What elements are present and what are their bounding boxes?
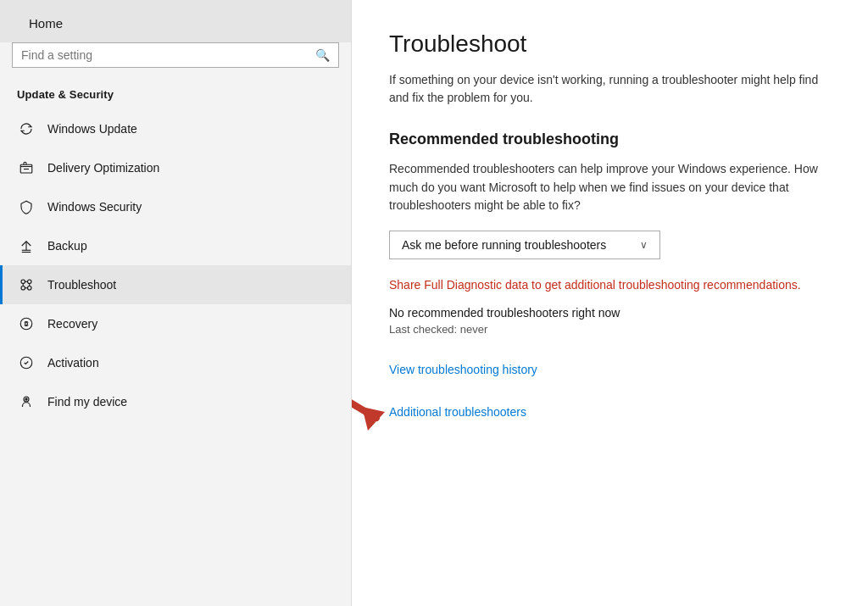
sidebar-label-security: Windows Security	[47, 200, 142, 214]
no-troubleshooters-text: No recommended troubleshooters right now	[389, 306, 827, 320]
backup-icon	[17, 236, 36, 255]
svg-marker-18	[362, 407, 385, 431]
recommended-section-title: Recommended troubleshooting	[389, 131, 827, 148]
page-title: Troubleshoot	[389, 31, 827, 58]
sidebar-item-backup[interactable]: Backup	[0, 226, 351, 265]
sidebar: Home 🔍 Update & Security Windows Update …	[0, 0, 352, 606]
sidebar-item-delivery-optimization[interactable]: Delivery Optimization	[0, 148, 351, 187]
find-device-icon	[17, 392, 36, 411]
search-icon[interactable]: 🔍	[315, 48, 330, 62]
sidebar-item-windows-security[interactable]: Windows Security	[0, 187, 351, 226]
sidebar-label-recovery: Recovery	[47, 317, 97, 331]
sidebar-item-home[interactable]: Home	[0, 0, 351, 42]
refresh-icon	[17, 120, 36, 138]
recommended-section-desc: Recommended troubleshooters can help imp…	[389, 160, 827, 215]
sidebar-label-windows-update: Windows Update	[47, 122, 137, 136]
dropdown-value: Ask me before running troubleshooters	[402, 238, 606, 252]
sidebar-item-activation[interactable]: Activation	[0, 343, 351, 382]
sidebar-item-windows-update[interactable]: Windows Update	[0, 109, 351, 148]
sidebar-label-backup: Backup	[47, 239, 87, 253]
svg-point-14	[25, 323, 28, 325]
svg-point-8	[28, 286, 32, 291]
sidebar-item-troubleshoot[interactable]: Troubleshoot	[0, 265, 351, 304]
home-label: Home	[29, 16, 63, 31]
troubleshooter-dropdown[interactable]: Ask me before running troubleshooters ∨	[389, 231, 660, 259]
recovery-icon	[17, 314, 36, 333]
chevron-down-icon: ∨	[640, 239, 648, 251]
additional-section: Additional troubleshooters	[389, 397, 827, 419]
delivery-icon	[17, 158, 36, 177]
sidebar-item-find-my-device[interactable]: Find my device	[0, 382, 351, 421]
section-label: Update & Security	[0, 81, 351, 109]
sidebar-label-find-device: Find my device	[47, 395, 127, 409]
sidebar-item-recovery[interactable]: Recovery	[0, 304, 351, 343]
view-history-link[interactable]: View troubleshooting history	[389, 363, 827, 376]
svg-point-7	[21, 286, 25, 291]
sidebar-label-activation: Activation	[47, 356, 99, 370]
additional-troubleshooters-link[interactable]: Additional troubleshooters	[389, 405, 827, 419]
sidebar-label-delivery: Delivery Optimization	[47, 161, 159, 175]
svg-point-5	[21, 280, 25, 284]
search-box[interactable]: 🔍	[12, 42, 339, 68]
svg-point-13	[20, 318, 32, 330]
svg-point-17	[25, 398, 27, 400]
main-content: Troubleshoot If something on your device…	[352, 0, 868, 606]
activation-icon	[17, 353, 36, 372]
last-checked-text: Last checked: never	[389, 323, 827, 336]
search-input[interactable]	[21, 48, 315, 62]
shield-icon	[17, 197, 36, 216]
svg-point-6	[28, 280, 32, 284]
diagnostic-link[interactable]: Share Full Diagnostic data to get additi…	[389, 276, 827, 294]
troubleshoot-icon	[17, 275, 36, 294]
page-subtitle: If something on your device isn't workin…	[389, 71, 827, 107]
sidebar-label-troubleshoot: Troubleshoot	[47, 278, 116, 292]
